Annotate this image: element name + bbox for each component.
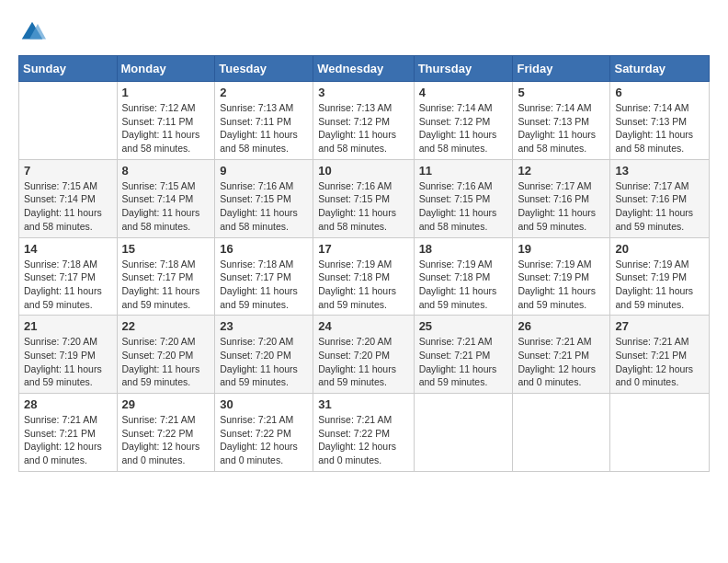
day-info: Sunrise: 7:20 AMSunset: 7:20 PMDaylight:… bbox=[220, 335, 308, 389]
day-info: Sunrise: 7:21 AMSunset: 7:21 PMDaylight:… bbox=[518, 335, 605, 389]
day-info: Sunrise: 7:21 AMSunset: 7:22 PMDaylight:… bbox=[122, 413, 210, 467]
day-info: Sunrise: 7:14 AMSunset: 7:12 PMDaylight:… bbox=[419, 101, 508, 155]
logo bbox=[18, 18, 50, 46]
calendar-header-sunday: Sunday bbox=[19, 56, 118, 82]
calendar-header-monday: Monday bbox=[117, 56, 215, 82]
day-info: Sunrise: 7:20 AMSunset: 7:20 PMDaylight:… bbox=[318, 335, 408, 389]
calendar-cell: 13Sunrise: 7:17 AMSunset: 7:16 PMDayligh… bbox=[610, 159, 710, 237]
day-info: Sunrise: 7:18 AMSunset: 7:17 PMDaylight:… bbox=[24, 258, 112, 312]
day-info: Sunrise: 7:21 AMSunset: 7:22 PMDaylight:… bbox=[220, 413, 308, 467]
calendar-cell: 20Sunrise: 7:19 AMSunset: 7:19 PMDayligh… bbox=[610, 237, 710, 316]
day-number: 15 bbox=[122, 242, 210, 256]
calendar-cell: 15Sunrise: 7:18 AMSunset: 7:17 PMDayligh… bbox=[117, 237, 215, 316]
calendar-week-row: 7Sunrise: 7:15 AMSunset: 7:14 PMDaylight… bbox=[19, 159, 710, 237]
calendar-cell: 23Sunrise: 7:20 AMSunset: 7:20 PMDayligh… bbox=[215, 316, 313, 394]
day-info: Sunrise: 7:21 AMSunset: 7:21 PMDaylight:… bbox=[24, 413, 112, 467]
day-number: 9 bbox=[220, 164, 308, 178]
calendar-cell: 11Sunrise: 7:16 AMSunset: 7:15 PMDayligh… bbox=[414, 159, 513, 237]
day-number: 31 bbox=[318, 397, 408, 411]
calendar-cell: 4Sunrise: 7:14 AMSunset: 7:12 PMDaylight… bbox=[414, 82, 513, 160]
day-number: 22 bbox=[122, 319, 210, 333]
day-number: 10 bbox=[318, 164, 408, 178]
day-number: 23 bbox=[220, 319, 308, 333]
day-info: Sunrise: 7:12 AMSunset: 7:11 PMDaylight:… bbox=[122, 101, 210, 155]
day-info: Sunrise: 7:21 AMSunset: 7:21 PMDaylight:… bbox=[419, 335, 508, 389]
calendar-cell: 17Sunrise: 7:19 AMSunset: 7:18 PMDayligh… bbox=[313, 237, 414, 316]
calendar-week-row: 28Sunrise: 7:21 AMSunset: 7:21 PMDayligh… bbox=[19, 394, 710, 472]
day-number: 11 bbox=[419, 164, 508, 178]
day-number: 13 bbox=[615, 164, 704, 178]
day-number: 8 bbox=[122, 164, 210, 178]
calendar-cell bbox=[414, 394, 513, 472]
calendar-cell: 19Sunrise: 7:19 AMSunset: 7:19 PMDayligh… bbox=[513, 237, 610, 316]
calendar-header-thursday: Thursday bbox=[414, 56, 513, 82]
calendar-cell: 21Sunrise: 7:20 AMSunset: 7:19 PMDayligh… bbox=[19, 316, 118, 394]
calendar-cell: 5Sunrise: 7:14 AMSunset: 7:13 PMDaylight… bbox=[513, 82, 610, 160]
calendar-header-row: SundayMondayTuesdayWednesdayThursdayFrid… bbox=[19, 56, 710, 82]
calendar-cell: 7Sunrise: 7:15 AMSunset: 7:14 PMDaylight… bbox=[19, 159, 118, 237]
calendar-cell: 16Sunrise: 7:18 AMSunset: 7:17 PMDayligh… bbox=[215, 237, 313, 316]
calendar-cell: 8Sunrise: 7:15 AMSunset: 7:14 PMDaylight… bbox=[117, 159, 215, 237]
day-number: 26 bbox=[518, 319, 605, 333]
day-info: Sunrise: 7:15 AMSunset: 7:14 PMDaylight:… bbox=[122, 179, 210, 234]
day-info: Sunrise: 7:20 AMSunset: 7:19 PMDaylight:… bbox=[24, 335, 112, 389]
calendar-cell: 14Sunrise: 7:18 AMSunset: 7:17 PMDayligh… bbox=[19, 237, 118, 316]
calendar-cell bbox=[513, 394, 610, 472]
day-number: 29 bbox=[122, 397, 210, 411]
page-header bbox=[18, 18, 710, 46]
day-number: 19 bbox=[518, 242, 605, 256]
day-number: 20 bbox=[615, 242, 704, 256]
day-number: 2 bbox=[220, 86, 308, 99]
calendar-cell: 12Sunrise: 7:17 AMSunset: 7:16 PMDayligh… bbox=[513, 159, 610, 237]
day-info: Sunrise: 7:19 AMSunset: 7:19 PMDaylight:… bbox=[518, 258, 605, 312]
calendar-cell: 28Sunrise: 7:21 AMSunset: 7:21 PMDayligh… bbox=[19, 394, 118, 472]
day-number: 5 bbox=[518, 86, 605, 99]
day-number: 14 bbox=[24, 242, 112, 256]
calendar-week-row: 14Sunrise: 7:18 AMSunset: 7:17 PMDayligh… bbox=[19, 237, 710, 316]
day-number: 16 bbox=[220, 242, 308, 256]
day-number: 30 bbox=[220, 397, 308, 411]
calendar-cell: 26Sunrise: 7:21 AMSunset: 7:21 PMDayligh… bbox=[513, 316, 610, 394]
day-info: Sunrise: 7:17 AMSunset: 7:16 PMDaylight:… bbox=[518, 179, 605, 234]
calendar-cell: 24Sunrise: 7:20 AMSunset: 7:20 PMDayligh… bbox=[313, 316, 414, 394]
day-number: 17 bbox=[318, 242, 408, 256]
calendar-cell: 27Sunrise: 7:21 AMSunset: 7:21 PMDayligh… bbox=[610, 316, 710, 394]
day-info: Sunrise: 7:16 AMSunset: 7:15 PMDaylight:… bbox=[220, 179, 308, 234]
calendar-header-friday: Friday bbox=[513, 56, 610, 82]
calendar-week-row: 21Sunrise: 7:20 AMSunset: 7:19 PMDayligh… bbox=[19, 316, 710, 394]
calendar-cell: 31Sunrise: 7:21 AMSunset: 7:22 PMDayligh… bbox=[313, 394, 414, 472]
day-number: 18 bbox=[419, 242, 508, 256]
calendar-cell: 10Sunrise: 7:16 AMSunset: 7:15 PMDayligh… bbox=[313, 159, 414, 237]
day-number: 28 bbox=[24, 397, 112, 411]
calendar-cell: 22Sunrise: 7:20 AMSunset: 7:20 PMDayligh… bbox=[117, 316, 215, 394]
calendar-cell: 29Sunrise: 7:21 AMSunset: 7:22 PMDayligh… bbox=[117, 394, 215, 472]
calendar-cell: 18Sunrise: 7:19 AMSunset: 7:18 PMDayligh… bbox=[414, 237, 513, 316]
day-info: Sunrise: 7:19 AMSunset: 7:18 PMDaylight:… bbox=[318, 258, 408, 312]
day-info: Sunrise: 7:21 AMSunset: 7:21 PMDaylight:… bbox=[615, 335, 704, 389]
day-number: 21 bbox=[24, 319, 112, 333]
day-info: Sunrise: 7:13 AMSunset: 7:12 PMDaylight:… bbox=[318, 101, 408, 155]
day-number: 3 bbox=[318, 86, 408, 99]
calendar-cell: 2Sunrise: 7:13 AMSunset: 7:11 PMDaylight… bbox=[215, 82, 313, 160]
calendar-header-wednesday: Wednesday bbox=[313, 56, 414, 82]
day-info: Sunrise: 7:14 AMSunset: 7:13 PMDaylight:… bbox=[615, 101, 704, 155]
day-info: Sunrise: 7:18 AMSunset: 7:17 PMDaylight:… bbox=[122, 258, 210, 312]
calendar-cell bbox=[610, 394, 710, 472]
day-info: Sunrise: 7:20 AMSunset: 7:20 PMDaylight:… bbox=[122, 335, 210, 389]
day-number: 24 bbox=[318, 319, 408, 333]
day-info: Sunrise: 7:17 AMSunset: 7:16 PMDaylight:… bbox=[615, 179, 704, 234]
day-number: 6 bbox=[615, 86, 704, 99]
day-info: Sunrise: 7:19 AMSunset: 7:18 PMDaylight:… bbox=[419, 258, 508, 312]
day-number: 12 bbox=[518, 164, 605, 178]
day-info: Sunrise: 7:13 AMSunset: 7:11 PMDaylight:… bbox=[220, 101, 308, 155]
calendar-cell: 25Sunrise: 7:21 AMSunset: 7:21 PMDayligh… bbox=[414, 316, 513, 394]
day-number: 7 bbox=[24, 164, 112, 178]
calendar-cell bbox=[19, 82, 118, 160]
logo-icon bbox=[18, 18, 46, 46]
calendar-cell: 30Sunrise: 7:21 AMSunset: 7:22 PMDayligh… bbox=[215, 394, 313, 472]
day-info: Sunrise: 7:19 AMSunset: 7:19 PMDaylight:… bbox=[615, 258, 704, 312]
day-info: Sunrise: 7:15 AMSunset: 7:14 PMDaylight:… bbox=[24, 179, 112, 234]
calendar-cell: 1Sunrise: 7:12 AMSunset: 7:11 PMDaylight… bbox=[117, 82, 215, 160]
calendar-header-saturday: Saturday bbox=[610, 56, 710, 82]
day-number: 1 bbox=[122, 86, 210, 99]
